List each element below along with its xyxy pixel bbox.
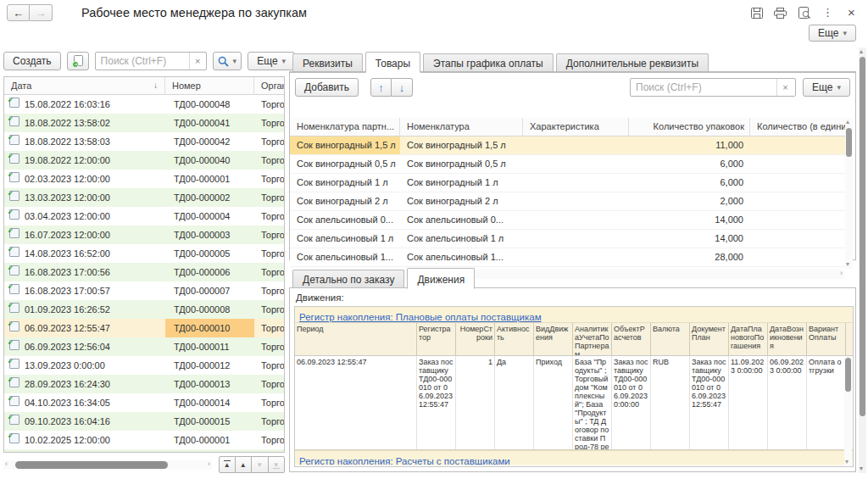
order-date-cell[interactable]: 16.08.2023 17:00:57: [25, 281, 165, 300]
nomenclature-cell[interactable]: Сок виноградный 1,5 л: [400, 136, 523, 154]
movements-v-scroll-thumb[interactable]: [845, 358, 851, 392]
column-header-date[interactable]: Дата ↓: [4, 77, 165, 94]
tab-tovary[interactable]: Товары: [365, 52, 420, 73]
table-row[interactable]: 01.09.2023 16:26:52ТД00-000008Торговы: [4, 300, 284, 319]
order-org-cell[interactable]: Торговы: [254, 114, 284, 132]
units-qty-cell[interactable]: [750, 230, 846, 248]
items-search-input[interactable]: [631, 80, 776, 95]
movement-column-header[interactable]: АналитикаУчетаПоПартнерам: [573, 323, 612, 355]
column-header-org[interactable]: Органи: [254, 77, 284, 94]
order-org-cell[interactable]: Торговы: [254, 188, 284, 207]
order-number-cell[interactable]: ТД00-000003: [165, 226, 254, 244]
scroll-left-icon[interactable]: ‹: [5, 460, 8, 468]
order-number-cell[interactable]: ТД00-000004: [165, 207, 254, 226]
nomenclature-cell[interactable]: Сок апельсиновый 0...: [400, 211, 523, 229]
page-down-button[interactable]: ▼: [252, 456, 269, 473]
order-org-cell[interactable]: Торговы: [254, 300, 284, 319]
scroll-up-icon[interactable]: ▴: [860, 48, 863, 55]
partner-nomenclature-cell[interactable]: Сок виноградный 1 л: [290, 174, 400, 192]
order-number-cell[interactable]: ТД00-000013: [165, 375, 254, 393]
partner-nomenclature-cell[interactable]: Сок апельсиновый 1...: [290, 248, 400, 266]
table-row[interactable]: Сок апельсиновый 0...Сок апельсиновый 0.…: [290, 211, 846, 230]
movement-column-header[interactable]: ДокументПлан: [690, 323, 729, 355]
movement-column-header[interactable]: ДатаВозникновения: [768, 323, 807, 355]
movement-column-header[interactable]: НомерСтроки: [456, 323, 495, 355]
order-date-cell[interactable]: 18.08.2022 13:58:02: [25, 114, 165, 132]
order-date-cell[interactable]: 06.09.2023 12:55:47: [25, 319, 165, 337]
orders-h-scroll-thumb[interactable]: [15, 461, 168, 469]
partner-nomenclature-cell[interactable]: Сок виноградный 2 л: [290, 192, 400, 210]
table-row[interactable]: 13.09.2023 0:00:00ТД00-000012Торговы: [4, 356, 284, 375]
order-org-cell[interactable]: Торговы: [254, 170, 284, 188]
order-date-cell[interactable]: 19.08.2022 12:00:00: [25, 151, 165, 170]
movement-cell[interactable]: 06.09.2023 0:00:00: [768, 356, 807, 449]
move-up-button[interactable]: ↑: [370, 78, 392, 97]
column-header-partner-nomenclature[interactable]: Номенклатура партн...: [290, 118, 400, 136]
movement-column-header[interactable]: Валюта: [651, 323, 690, 355]
order-number-cell[interactable]: ТД00-000015: [165, 412, 254, 431]
nomenclature-cell[interactable]: Сок виноградный 2 л: [400, 192, 523, 210]
order-number-cell[interactable]: ТД00-000008: [165, 300, 254, 319]
table-row[interactable]: Сок виноградный 0,5 лСок виноградный 0,5…: [290, 155, 846, 174]
movement-column-header[interactable]: ВидДвижения: [534, 323, 573, 355]
table-row[interactable]: Сок апельсиновый 1 лСок апельсиновый 1 л…: [290, 230, 846, 248]
movement-cell[interactable]: Заказ поставщику ТД00-000010 от 06.09.20…: [417, 356, 456, 449]
order-org-cell[interactable]: Торговы: [254, 207, 284, 226]
units-qty-cell[interactable]: [750, 192, 846, 210]
order-number-cell[interactable]: ТД00-000011: [165, 337, 254, 356]
movement-column-header[interactable]: ОбъектРасчетов: [612, 323, 651, 355]
tab-etapy-oplaty[interactable]: Этапы графика оплаты: [423, 53, 554, 72]
movement-cell[interactable]: 06.09.2023 12:55:47: [295, 356, 417, 449]
order-org-cell[interactable]: Торговы: [254, 319, 284, 337]
nomenclature-cell[interactable]: Сок виноградный 1 л: [400, 174, 523, 192]
characteristic-cell[interactable]: [523, 155, 629, 173]
packs-qty-cell[interactable]: 14,000: [629, 211, 750, 229]
characteristic-cell[interactable]: [523, 174, 629, 192]
nomenclature-cell[interactable]: Сок апельсиновый 1...: [400, 248, 523, 266]
characteristic-cell[interactable]: [523, 211, 629, 229]
order-number-cell[interactable]: ТД00-000042: [165, 132, 254, 151]
page-up-button[interactable]: ▲: [236, 456, 253, 473]
order-date-cell[interactable]: 18.08.2022 13:58:03: [25, 132, 165, 151]
order-org-cell[interactable]: Торговы: [254, 226, 284, 244]
add-button[interactable]: Добавить: [295, 78, 359, 97]
order-date-cell[interactable]: 14.08.2023 16:52:00: [25, 244, 165, 263]
characteristic-cell[interactable]: [523, 192, 629, 210]
save-icon[interactable]: [750, 7, 763, 19]
movement-cell[interactable]: База "Продукты" ; Торговый дом "Комплекс…: [573, 356, 612, 449]
order-number-cell[interactable]: ТД00-000048: [165, 95, 254, 114]
order-number-cell[interactable]: ТД00-000041: [165, 114, 254, 132]
tab-dop-rekvizity[interactable]: Дополнительные реквизиты: [556, 53, 709, 72]
table-row[interactable]: 28.09.2023 16:24:30ТД00-000013Торговы: [4, 375, 284, 393]
packs-qty-cell[interactable]: 11,000: [629, 136, 750, 154]
table-row[interactable]: 06.09.2023 12:56:04ТД00-000011Торговы: [4, 337, 284, 356]
scroll-left-icon[interactable]: ‹: [300, 465, 303, 467]
movement-column-header[interactable]: Регистратор: [417, 323, 456, 355]
movement-cell[interactable]: Приход: [534, 356, 573, 449]
units-qty-cell[interactable]: [750, 155, 846, 173]
movement-cell[interactable]: Оплата отгрузки: [807, 356, 846, 449]
order-date-cell[interactable]: 13.09.2023 0:00:00: [25, 356, 165, 375]
scroll-down-icon[interactable]: ▾: [860, 465, 863, 472]
order-number-cell[interactable]: ТД00-000005: [165, 244, 254, 263]
movement-cell[interactable]: Заказ поставщику ТД00-000010 от 06.09.20…: [612, 356, 651, 449]
orders-more-button[interactable]: Еще ▾: [248, 52, 295, 70]
nomenclature-cell[interactable]: Сок виноградный 0,5 л: [400, 155, 523, 173]
column-header-nomenclature[interactable]: Номенклатура: [400, 118, 523, 136]
movements-v-scrollbar[interactable]: ▾: [844, 356, 852, 466]
order-number-cell[interactable]: ТД00-000014: [165, 393, 254, 412]
partner-nomenclature-cell[interactable]: Сок апельсиновый 1 л: [290, 230, 400, 248]
print-icon[interactable]: [774, 7, 787, 19]
close-icon[interactable]: ×: [845, 7, 858, 19]
table-row[interactable]: 18.08.2022 13:58:03ТД00-000042Торговы: [4, 132, 284, 151]
order-date-cell[interactable]: 15.08.2022 16:03:16: [25, 95, 165, 114]
go-first-button[interactable]: ▲: [219, 456, 236, 473]
create-button[interactable]: Создать: [3, 52, 61, 70]
order-date-cell[interactable]: 28.09.2023 16:24:30: [25, 375, 165, 393]
order-number-cell[interactable]: ТД00-000001: [165, 431, 254, 449]
order-date-cell[interactable]: 10.02.2025 12:00:00: [25, 431, 165, 449]
order-org-cell[interactable]: Торговы: [254, 132, 284, 151]
movement-column-header[interactable]: ДатаПлановогоПогашения: [729, 323, 768, 355]
order-number-cell[interactable]: ТД00-000010: [165, 319, 254, 337]
orders-search-input[interactable]: [96, 53, 189, 69]
